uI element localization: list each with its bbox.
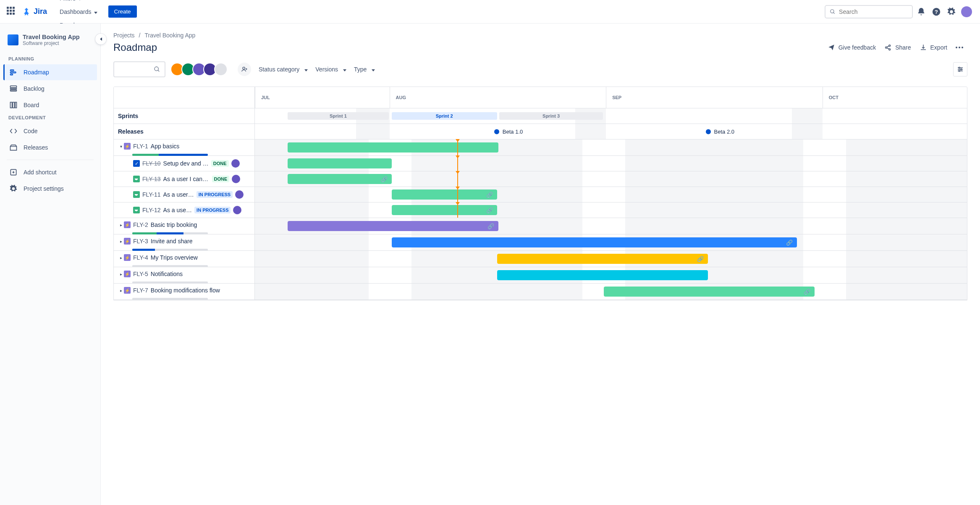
svg-rect-6 [10, 74, 13, 75]
sidebar-item-project-settings[interactable]: Project settings [3, 181, 97, 197]
breadcrumb-project[interactable]: Travel Booking App [144, 32, 195, 39]
assignee-avatar[interactable] [232, 175, 240, 183]
roadmap-search[interactable] [113, 61, 165, 77]
sidebar-item-add-shortcut[interactable]: Add shortcut [3, 164, 97, 180]
sidebar-item-board[interactable]: Board [3, 97, 97, 113]
assignee-filter[interactable] [173, 63, 228, 76]
issue-summary[interactable]: As a use… [163, 207, 192, 213]
assignee-avatar[interactable] [233, 206, 241, 214]
issue-summary[interactable]: As a user I can … [163, 176, 210, 182]
type-filter[interactable]: Type [354, 66, 375, 73]
expand-toggle[interactable]: ▸ [118, 223, 124, 227]
svg-text:?: ? [935, 8, 938, 15]
versions-filter[interactable]: Versions [315, 66, 346, 73]
view-settings-button[interactable] [953, 62, 967, 76]
nav-dashboards[interactable]: Dashboards [55, 5, 102, 18]
top-navigation: Jira Your work Projects Filters Dashboar… [0, 0, 980, 24]
issue-key[interactable]: FLY-2 [133, 221, 148, 228]
assignee-avatar[interactable] [231, 159, 240, 168]
issue-summary[interactable]: Booking modifications flow [151, 287, 220, 294]
issue-summary[interactable]: As a user… [163, 191, 194, 198]
notifications-icon[interactable] [914, 5, 928, 18]
sprint-sprint-2[interactable]: Sprint 2 [392, 112, 497, 120]
section-development: DEVELOPMENT [3, 113, 97, 123]
project-icon [8, 34, 18, 45]
breadcrumb-projects[interactable]: Projects [113, 32, 135, 39]
expand-toggle[interactable]: ▸ [118, 272, 124, 276]
issue-summary[interactable]: App basics [151, 143, 179, 150]
issue-key[interactable]: FLY-1 [133, 143, 148, 150]
breadcrumb: Projects / Travel Booking App [113, 32, 967, 39]
svg-rect-4 [10, 70, 14, 71]
page-title: Roadmap [113, 42, 823, 53]
assignee-avatar[interactable] [235, 190, 244, 199]
epic-icon [124, 221, 131, 228]
expand-toggle[interactable]: ▸ [118, 239, 124, 244]
month-header: OCT [823, 87, 967, 108]
expand-toggle[interactable]: ▸ [118, 288, 124, 293]
share-button[interactable]: Share [880, 41, 915, 54]
issue-key[interactable]: FLY-5 [133, 271, 148, 277]
month-header: SEP [606, 87, 823, 108]
release-beta-1-0[interactable]: Beta 1.0 [494, 129, 523, 135]
nav-filters[interactable]: Filters [55, 0, 102, 5]
link-icon: 🔗 [487, 223, 494, 229]
app-switcher-icon[interactable] [7, 7, 17, 17]
epic-icon [124, 254, 131, 261]
releases-label: Releases [114, 124, 255, 139]
collapse-sidebar-button[interactable] [95, 34, 106, 45]
project-sidebar: Travel Booking App Software project PLAN… [0, 24, 101, 505]
link-icon: 🔗 [486, 207, 493, 213]
sidebar-item-releases[interactable]: Releases [3, 139, 97, 155]
svg-rect-7 [10, 86, 17, 87]
issue-summary[interactable]: Basic trip booking [151, 221, 197, 228]
svg-rect-9 [10, 90, 17, 91]
svg-rect-10 [10, 102, 12, 108]
project-type: Software project [23, 40, 80, 46]
help-icon[interactable]: ? [930, 5, 943, 18]
release-beta-2-0[interactable]: Beta 2.0 [706, 129, 734, 135]
jira-logo[interactable]: Jira [22, 7, 47, 16]
search-input[interactable] [825, 5, 913, 18]
profile-avatar[interactable] [960, 5, 973, 18]
give-feedback-button[interactable]: Give feedback [823, 41, 880, 54]
issue-key[interactable]: FLY-4 [133, 254, 148, 261]
issue-summary[interactable]: Invite and share [151, 238, 193, 245]
svg-line-20 [887, 48, 889, 49]
svg-point-30 [959, 67, 960, 68]
svg-rect-5 [10, 72, 16, 73]
svg-point-22 [959, 47, 960, 48]
svg-line-1 [833, 12, 835, 13]
sprint-sprint-3[interactable]: Sprint 3 [499, 112, 603, 120]
sidebar-item-roadmap[interactable]: Roadmap [3, 64, 97, 80]
add-people-button[interactable] [238, 63, 251, 76]
link-icon: 🔗 [697, 256, 704, 262]
issue-key[interactable]: FLY-7 [133, 287, 148, 294]
issue-key[interactable]: FLY-11 [142, 191, 161, 198]
settings-icon[interactable] [945, 5, 958, 18]
svg-point-21 [956, 47, 957, 48]
create-button[interactable]: Create [108, 5, 137, 18]
issue-summary[interactable]: Notifications [151, 271, 183, 277]
svg-point-26 [243, 67, 245, 69]
issue-key[interactable]: FLY-12 [142, 207, 161, 213]
expand-toggle[interactable]: ▸ [118, 255, 124, 260]
svg-rect-12 [15, 102, 16, 108]
issue-summary[interactable]: Setup dev and … [163, 160, 209, 167]
more-actions-button[interactable] [951, 44, 967, 51]
issue-summary[interactable]: My Trips overview [151, 254, 198, 261]
expand-toggle[interactable]: ▾ [118, 144, 124, 149]
issue-key[interactable]: FLY-3 [133, 238, 148, 245]
sprints-label: Sprints [114, 108, 255, 124]
status-badge: DONE [211, 160, 229, 167]
issue-key[interactable]: FLY-13 [142, 176, 161, 182]
svg-rect-11 [13, 102, 14, 108]
issue-key[interactable]: FLY-10 [142, 160, 161, 167]
progress-bar [132, 298, 208, 300]
svg-rect-8 [10, 88, 17, 89]
sprint-sprint-1[interactable]: Sprint 1 [288, 112, 389, 120]
sidebar-item-code[interactable]: Code [3, 123, 97, 139]
status-category-filter[interactable]: Status category [259, 66, 308, 73]
sidebar-item-backlog[interactable]: Backlog [3, 81, 97, 97]
export-button[interactable]: Export [915, 41, 951, 54]
